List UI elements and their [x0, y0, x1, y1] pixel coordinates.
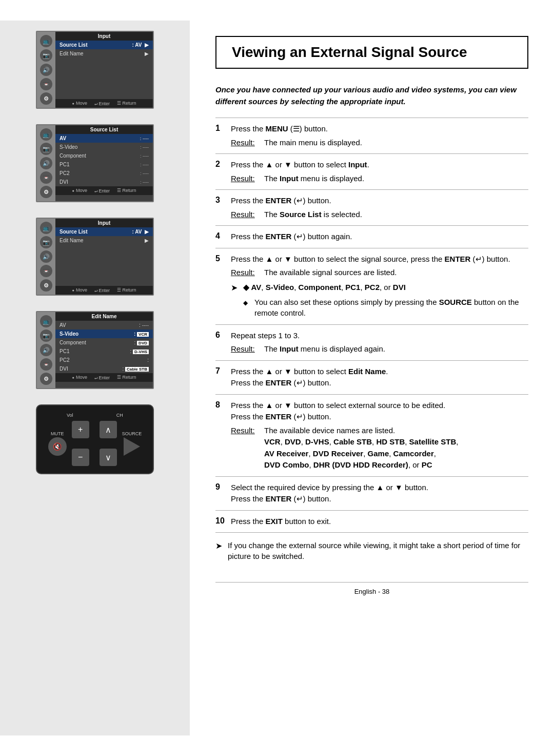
step-10: 10 Press the EXIT button to exit.	[215, 510, 528, 533]
camera-icon-2: 📷	[40, 143, 52, 155]
screen4-av: AV : ----	[55, 321, 153, 329]
step-4-body: Press the ENTER (↵) button again.	[231, 231, 528, 243]
page-footer: English - 38	[215, 582, 528, 595]
screen2-menu: Source List AV : ---- S-Video : ---- Com…	[55, 125, 153, 201]
tv-icon-2: 📺	[40, 128, 52, 141]
cross-spacer-top	[89, 421, 100, 438]
step-10-body: Press the EXIT button to exit.	[231, 516, 528, 528]
camera-icon-3: 📷	[40, 236, 52, 248]
step-1-body: Press the MENU (☰) button. Result: The m…	[231, 123, 528, 148]
vol-label: Vol	[67, 413, 73, 418]
ch-down-button[interactable]: ∨	[100, 449, 117, 466]
step-5-body: Press the ▲ or ▼ button to select the si…	[231, 254, 528, 319]
speaker-icon-2: 🔊	[40, 157, 52, 169]
step-3-result: Result: The Source List is selected.	[231, 209, 528, 221]
step-8-result: Result: The available device names are l…	[231, 425, 528, 471]
cross-bottom-row: − ∨	[72, 449, 117, 466]
screen2-footer: ⬥ Move ↵ Enter ☰ Return	[55, 186, 153, 195]
speaker-icon-4: 🔊	[40, 344, 52, 356]
tv-icon-4: 📺	[40, 315, 52, 327]
step-7-body: Press the ▲ or ▼ button to select Edit N…	[231, 366, 528, 389]
screen-panel-3: 📺 📷 🔊 📼 ⚙ Input Source List : AV ▶ Edit …	[36, 218, 154, 296]
step-7-num: 7	[215, 366, 231, 389]
screen3-footer: ⬥ Move ↵ Enter ☰ Return	[55, 286, 153, 295]
screen1-item-2: Edit Name ▶	[55, 49, 153, 58]
bullet-icon: ◆	[243, 299, 250, 307]
speaker-icon-3: 🔊	[40, 250, 52, 263]
step-6-result: Result: The Input menu is displayed agai…	[231, 343, 528, 355]
step-9-body: Select the required device by pressing t…	[231, 482, 528, 505]
tips-section: ➤ If you change the external source whil…	[215, 540, 528, 561]
mute-label: MUTE	[51, 431, 64, 436]
step-9-num: 9	[215, 482, 231, 505]
tv-icon: 📺	[40, 35, 52, 47]
step-9: 9 Select the required device by pressing…	[215, 476, 528, 510]
screen2-title: Source List	[55, 125, 153, 134]
screen2-item-pc2: PC2 : ----	[55, 169, 153, 178]
sidebar: 📺 📷 🔊 📼 ⚙ Input Source List : AV ▶ Edit …	[0, 21, 190, 735]
step-4-num: 4	[215, 231, 231, 243]
mute-button[interactable]: 🔇	[48, 437, 67, 456]
ch-up-button[interactable]: ∧	[100, 421, 117, 438]
screen3-menu: Input Source List : AV ▶ Edit Name ▶ ⬥ M…	[55, 219, 153, 295]
source-button[interactable]	[124, 437, 140, 456]
screen4-svideo: S-Video : VCR	[55, 329, 153, 338]
intro-paragraph: Once you have connected up your various …	[215, 84, 528, 107]
screen4-menu: Edit Name AV : ---- S-Video : VCR Compon…	[55, 312, 153, 388]
footer-text: English - 38	[354, 588, 390, 595]
steps-list: 1 Press the MENU (☰) button. Result: The…	[215, 118, 528, 533]
screen4-pc2: PC2 :	[55, 356, 153, 364]
step-5-note1: ➤ ◆ AV, S-Video, Component, PC1, PC2, or…	[231, 282, 528, 294]
ch-label: CH	[116, 413, 123, 418]
step-6: 6 Repeat steps 1 to 3. Result: The Input…	[215, 324, 528, 360]
camera-icon: 📷	[40, 49, 52, 62]
step-3-body: Press the ENTER (↵) button. Result: The …	[231, 195, 528, 220]
tape-icon-3: 📼	[40, 265, 52, 277]
source-label: SOURCE	[122, 431, 142, 436]
screen4-footer: ⬥ Move ↵ Enter ☰ Return	[55, 373, 153, 382]
step-2-body: Press the ▲ or ▼ button to select Input.…	[231, 159, 528, 184]
step-8-num: 8	[215, 400, 231, 471]
screen2-item-svideo: S-Video : ----	[55, 143, 153, 151]
icon-column-1: 📺 📷 🔊 📼 ⚙	[37, 32, 55, 108]
page-title: Viewing an External Signal Source	[232, 44, 512, 61]
step-5-result: Result: The available signal sources are…	[231, 267, 528, 279]
step-3-num: 3	[215, 195, 231, 220]
page: 📺 📷 🔊 📼 ⚙ Input Source List : AV ▶ Edit …	[0, 0, 554, 756]
gear-icon: ⚙	[40, 92, 52, 105]
title-box: Viewing an External Signal Source	[215, 36, 528, 69]
main-content: Viewing an External Signal Source Once y…	[190, 21, 554, 735]
tape-icon: 📼	[40, 78, 52, 90]
screen1-title: Input	[55, 32, 153, 41]
screen4-pc1: PC1 : D-VHS	[55, 347, 153, 356]
remote-button-row: MUTE 🔇 + ∧ − ∨	[48, 421, 142, 466]
screen1-menu: Input Source List : AV ▶ Edit Name ▶ ⬥ M…	[55, 32, 153, 108]
tv-icon-3: 📺	[40, 222, 52, 234]
step-6-body: Repeat steps 1 to 3. Result: The Input m…	[231, 330, 528, 355]
plus-button[interactable]: +	[72, 421, 89, 438]
step-10-num: 10	[215, 516, 231, 528]
step-5-num: 5	[215, 254, 231, 319]
tape-icon-4: 📼	[40, 358, 52, 371]
screen2-item-dvi: DVI : ----	[55, 178, 153, 186]
step-4: 4 Press the ENTER (↵) button again.	[215, 225, 528, 248]
gear-icon-2: ⚙	[40, 186, 52, 198]
gear-icon-3: ⚙	[40, 279, 52, 292]
minus-button[interactable]: −	[72, 449, 89, 466]
screen3-item-1: Source List : AV ▶	[55, 227, 153, 236]
tape-icon-2: 📼	[40, 171, 52, 184]
icon-column-2: 📺 📷 🔊 📼 ⚙	[37, 125, 55, 201]
screen2-item-component: Component : ----	[55, 151, 153, 160]
speaker-icon: 🔊	[40, 64, 52, 76]
step-1-num: 1	[215, 123, 231, 148]
screen2-item-pc1: PC1 : ----	[55, 160, 153, 169]
step-1: 1 Press the MENU (☰) button. Result: The…	[215, 118, 528, 153]
step-2-result: Result: The Input menu is displayed.	[231, 173, 528, 185]
screen-panel-4: 📺 📷 🔊 📼 ⚙ Edit Name AV : ---- S-Video : …	[36, 311, 154, 389]
remote-control: Vol CH MUTE 🔇 + ∧	[36, 404, 154, 474]
step-8-body: Press the ▲ or ▼ button to select extern…	[231, 400, 528, 471]
mute-section: MUTE 🔇	[48, 431, 67, 456]
screen-panel-1: 📺 📷 🔊 📼 ⚙ Input Source List : AV ▶ Edit …	[36, 31, 154, 109]
screen4-component: Component : DVD	[55, 338, 153, 347]
screen-panel-2: 📺 📷 🔊 📼 ⚙ Source List AV : ---- S-Video …	[36, 124, 154, 202]
